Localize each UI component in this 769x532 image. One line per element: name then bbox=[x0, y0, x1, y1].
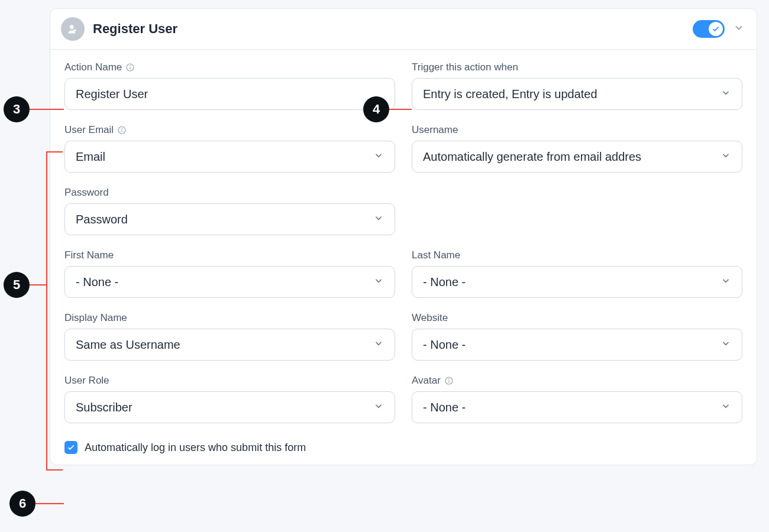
user-role-label: User Role bbox=[64, 375, 109, 387]
field-user-email: User Email Email bbox=[64, 124, 395, 173]
register-user-icon bbox=[61, 17, 85, 41]
website-select[interactable]: - None - bbox=[412, 329, 742, 361]
card-header: Register User bbox=[50, 9, 757, 50]
password-select[interactable]: Password bbox=[64, 203, 395, 235]
trigger-select[interactable]: Entry is created, Entry is updated bbox=[412, 78, 742, 110]
password-value: Password bbox=[76, 213, 366, 226]
annotation-connector bbox=[389, 109, 412, 110]
chevron-down-icon bbox=[720, 87, 731, 101]
last-name-value: - None - bbox=[423, 275, 713, 289]
user-email-label: User Email bbox=[64, 124, 114, 136]
field-display-name: Display Name Same as Username bbox=[64, 312, 395, 361]
annotation-connector bbox=[46, 151, 47, 471]
first-name-value: - None - bbox=[76, 275, 366, 289]
check-icon bbox=[709, 22, 723, 36]
field-website: Website - None - bbox=[412, 312, 742, 361]
card-title: Register User bbox=[93, 21, 684, 37]
field-trigger: Trigger this action when Entry is create… bbox=[412, 61, 742, 110]
annotation-connector bbox=[35, 503, 64, 504]
field-avatar: Avatar - None - bbox=[412, 375, 742, 423]
field-last-name: Last Name - None - bbox=[412, 249, 742, 298]
action-name-input[interactable]: Register User bbox=[64, 78, 395, 110]
first-name-label: First Name bbox=[64, 249, 114, 261]
avatar-value: - None - bbox=[423, 401, 713, 414]
chevron-down-icon bbox=[720, 275, 731, 289]
annotation-marker-4: 4 bbox=[363, 96, 389, 122]
display-name-select[interactable]: Same as Username bbox=[64, 329, 395, 361]
display-name-label: Display Name bbox=[64, 312, 127, 324]
user-email-select[interactable]: Email bbox=[64, 141, 395, 173]
info-icon[interactable] bbox=[125, 63, 135, 72]
user-role-value: Subscriber bbox=[76, 401, 366, 414]
annotation-connector bbox=[30, 109, 64, 110]
action-name-label: Action Name bbox=[64, 61, 122, 73]
first-name-select[interactable]: - None - bbox=[64, 266, 395, 298]
last-name-label: Last Name bbox=[412, 249, 460, 261]
field-username: Username Automatically generate from ema… bbox=[412, 124, 742, 173]
enable-toggle[interactable] bbox=[693, 20, 725, 38]
chevron-down-icon bbox=[373, 401, 384, 414]
info-icon[interactable] bbox=[117, 125, 127, 135]
action-name-value: Register User bbox=[76, 87, 148, 101]
svg-point-2 bbox=[130, 66, 131, 66]
annotation-marker-6: 6 bbox=[9, 491, 35, 517]
website-label: Website bbox=[412, 312, 448, 324]
avatar-select[interactable]: - None - bbox=[412, 391, 742, 423]
last-name-select[interactable]: - None - bbox=[412, 266, 742, 298]
card-body: Action Name Register User Trigger this a… bbox=[50, 50, 757, 465]
chevron-down-icon bbox=[373, 150, 384, 164]
chevron-down-icon bbox=[720, 150, 731, 164]
svg-point-8 bbox=[448, 379, 449, 379]
svg-point-5 bbox=[122, 128, 122, 129]
chevron-down-icon bbox=[373, 213, 384, 226]
field-action-name: Action Name Register User bbox=[64, 61, 395, 110]
website-value: - None - bbox=[423, 338, 713, 352]
annotation-connector bbox=[46, 151, 63, 153]
annotation-marker-5: 5 bbox=[4, 272, 30, 298]
password-label: Password bbox=[64, 187, 109, 199]
annotation-connector bbox=[30, 284, 46, 286]
annotation-marker-3: 3 bbox=[4, 96, 30, 122]
username-value: Automatically generate from email addres bbox=[423, 150, 713, 164]
user-email-value: Email bbox=[76, 150, 366, 164]
field-user-role: User Role Subscriber bbox=[64, 375, 395, 423]
chevron-down-icon[interactable] bbox=[733, 22, 745, 36]
chevron-down-icon bbox=[373, 275, 384, 289]
chevron-down-icon bbox=[373, 338, 384, 352]
auto-login-label: Automatically log in users who submit th… bbox=[85, 442, 306, 454]
info-icon[interactable] bbox=[444, 376, 454, 385]
trigger-value: Entry is created, Entry is updated bbox=[423, 87, 713, 101]
display-name-value: Same as Username bbox=[76, 338, 366, 352]
chevron-down-icon bbox=[720, 338, 731, 352]
field-password: Password Password bbox=[64, 187, 395, 235]
username-label: Username bbox=[412, 124, 458, 136]
username-select[interactable]: Automatically generate from email addres bbox=[412, 141, 742, 173]
avatar-label: Avatar bbox=[412, 375, 441, 387]
auto-login-checkbox[interactable] bbox=[64, 441, 77, 454]
register-user-card: Register User Action Name Register User bbox=[50, 8, 757, 465]
chevron-down-icon bbox=[720, 401, 731, 414]
auto-login-row: Automatically log in users who submit th… bbox=[64, 441, 742, 454]
trigger-label: Trigger this action when bbox=[412, 61, 518, 73]
user-role-select[interactable]: Subscriber bbox=[64, 391, 395, 423]
field-first-name: First Name - None - bbox=[64, 249, 395, 298]
annotation-connector bbox=[46, 469, 63, 471]
